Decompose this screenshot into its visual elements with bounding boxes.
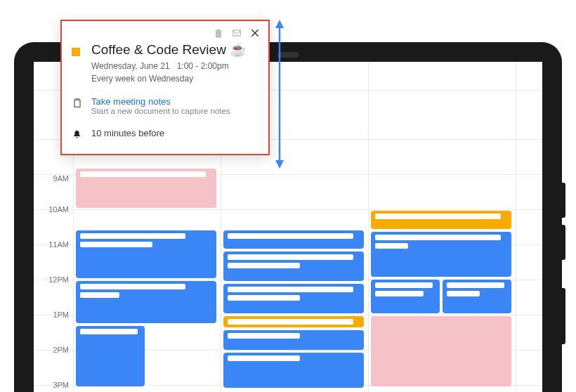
calendar-event[interactable] (76, 326, 145, 386)
time-label: 3PM (38, 381, 69, 389)
calendar-event[interactable] (76, 281, 216, 323)
time-label: 11AM (38, 240, 69, 249)
event-datetime: Wednesday, June 211:00 - 2:00pm (91, 61, 247, 71)
calendar-event[interactable] (223, 353, 364, 388)
event-title: Coffee & Code Review ☕ (91, 42, 247, 58)
tablet-camera (277, 52, 299, 58)
calendar-event[interactable] (76, 169, 216, 208)
event-recurrence: Every week on Wednesday (91, 74, 247, 84)
calendar-event[interactable] (76, 230, 216, 278)
time-label: 2PM (38, 346, 69, 354)
delete-icon[interactable] (212, 27, 225, 39)
take-notes-sub: Start a new document to capture notes (91, 107, 230, 115)
time-label: 9AM (38, 174, 69, 183)
calendar-event[interactable] (371, 211, 511, 229)
calendar-event[interactable] (223, 284, 364, 313)
notes-icon (72, 99, 83, 111)
calendar-event[interactable] (223, 316, 364, 327)
bell-icon (72, 130, 82, 142)
event-detail-popup: Coffee & Code Review ☕ Wednesday, June 2… (60, 20, 270, 155)
email-icon[interactable] (230, 27, 243, 39)
calendar-event[interactable] (371, 232, 511, 277)
time-label: 12PM (38, 275, 69, 284)
calendar-event[interactable] (443, 280, 511, 313)
close-icon[interactable] (249, 27, 261, 39)
calendar-event[interactable] (371, 316, 511, 386)
time-label: 1PM (38, 311, 69, 319)
tablet-button (562, 288, 565, 344)
svg-marker-1 (275, 20, 284, 28)
calendar-event[interactable] (223, 330, 364, 350)
event-reminder: 10 minutes before (91, 128, 164, 143)
calendar-event[interactable] (223, 230, 364, 249)
calendar-event[interactable] (223, 251, 364, 281)
tablet-button (562, 225, 565, 260)
time-label: 10AM (38, 205, 69, 214)
take-notes-link[interactable]: Take meeting notes (91, 96, 230, 107)
event-color-icon (72, 48, 80, 56)
calendar-event[interactable] (371, 280, 440, 313)
tablet-button (562, 183, 565, 218)
